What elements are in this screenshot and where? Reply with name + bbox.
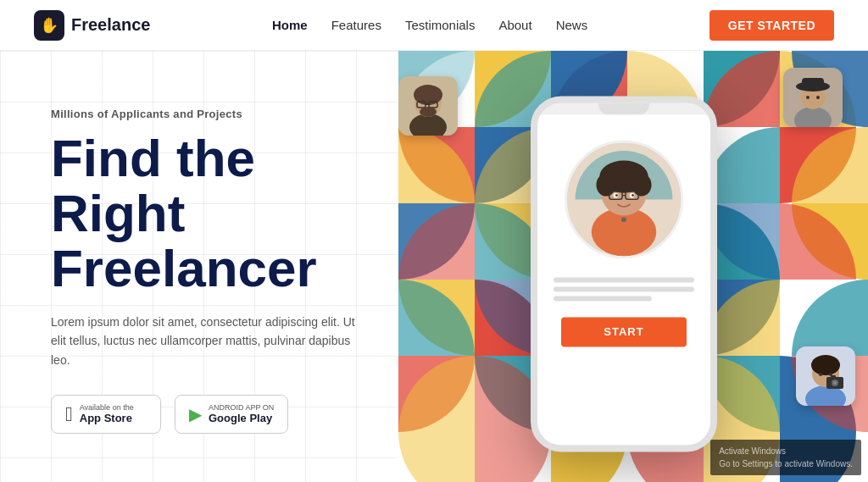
hero-title-line2: Right bbox=[51, 184, 185, 242]
phone-text-line-1 bbox=[554, 277, 694, 282]
hero-title-line1: Find the bbox=[51, 129, 255, 187]
svg-point-127 bbox=[819, 373, 822, 376]
svg-point-117 bbox=[806, 96, 810, 99]
logo-icon-symbol: ✋ bbox=[40, 16, 58, 35]
activate-line2: Go to Settings to activate Windows. bbox=[719, 459, 853, 468]
svg-point-94 bbox=[596, 173, 615, 196]
svg-point-103 bbox=[621, 217, 626, 222]
nav-item-news[interactable]: News bbox=[556, 18, 588, 33]
phone-notch bbox=[598, 102, 649, 114]
svg-point-95 bbox=[632, 173, 652, 196]
hero-subtitle: Millions of Applicants and Projects bbox=[51, 108, 364, 120]
svg-point-125 bbox=[833, 381, 837, 385]
svg-point-101 bbox=[615, 194, 618, 197]
phone-start-button[interactable]: START bbox=[561, 317, 686, 346]
logo-text: Freelance bbox=[71, 15, 150, 35]
app-store-bottom-label: App Store bbox=[80, 412, 134, 425]
floating-card-camera bbox=[796, 346, 855, 406]
google-play-text: ANDROID APP ON Google Play bbox=[209, 404, 274, 425]
nav-links: Home Features Testimonials About News bbox=[272, 18, 587, 33]
logo[interactable]: ✋ Freelance bbox=[34, 10, 150, 41]
phone-text-line-3 bbox=[554, 296, 652, 301]
floating-card-hat bbox=[783, 68, 843, 127]
nav-link-features[interactable]: Features bbox=[331, 18, 381, 32]
man-avatar bbox=[398, 76, 458, 136]
phone-text-lines bbox=[554, 277, 694, 305]
floating-card-man bbox=[398, 76, 458, 136]
hero-section: Millions of Applicants and Projects Find… bbox=[0, 51, 868, 482]
hat-avatar bbox=[783, 68, 843, 127]
nav-link-home[interactable]: Home bbox=[272, 18, 308, 32]
nav-item-about[interactable]: About bbox=[498, 18, 531, 33]
svg-point-122 bbox=[811, 355, 840, 375]
hero-description: Lorem ipsum dolor sit amet, consectetur … bbox=[51, 313, 356, 369]
app-store-top-label: Available on the bbox=[80, 404, 134, 412]
hero-title: Find the Right Freelancer bbox=[51, 130, 364, 296]
activate-line1: Activate Windows bbox=[719, 446, 786, 456]
google-play-button[interactable]: ▶ ANDROID APP ON Google Play bbox=[175, 395, 288, 434]
hero-right: START bbox=[398, 51, 868, 482]
app-store-button[interactable]:  Available on the App Store bbox=[51, 395, 161, 434]
nav-item-features[interactable]: Features bbox=[331, 18, 381, 33]
navbar: ✋ Freelance Home Features Testimonials A… bbox=[0, 0, 868, 51]
hero-left: Millions of Applicants and Projects Find… bbox=[0, 51, 398, 482]
nav-link-news[interactable]: News bbox=[556, 18, 588, 32]
nav-item-home[interactable]: Home bbox=[272, 18, 308, 33]
nav-link-testimonials[interactable]: Testimonials bbox=[405, 18, 476, 32]
play-icon: ▶ bbox=[189, 404, 202, 424]
google-play-bottom-label: Google Play bbox=[209, 412, 274, 425]
store-buttons:  Available on the App Store ▶ ANDROID A… bbox=[51, 395, 364, 434]
phone-screen: START bbox=[537, 114, 710, 445]
phone-text-line-2 bbox=[554, 286, 694, 291]
nav-link-about[interactable]: About bbox=[498, 18, 531, 32]
svg-point-128 bbox=[829, 373, 832, 376]
apple-icon:  bbox=[65, 402, 73, 426]
camera-avatar bbox=[796, 346, 855, 406]
nav-item-testimonials[interactable]: Testimonials bbox=[405, 18, 476, 33]
hero-title-line3: Freelancer bbox=[51, 239, 317, 297]
svg-rect-116 bbox=[802, 78, 824, 90]
avatar-illustration bbox=[567, 140, 681, 258]
logo-icon: ✋ bbox=[34, 10, 64, 41]
activate-windows-watermark: Activate Windows Go to Settings to activ… bbox=[710, 440, 861, 475]
svg-point-111 bbox=[420, 107, 437, 117]
google-play-top-label: ANDROID APP ON bbox=[209, 404, 274, 412]
phone-mockup: START bbox=[531, 96, 717, 452]
app-store-text: Available on the App Store bbox=[80, 404, 134, 425]
phone-avatar bbox=[565, 140, 683, 258]
svg-point-102 bbox=[632, 194, 634, 197]
svg-point-118 bbox=[816, 96, 820, 99]
get-started-button[interactable]: GET STARTED bbox=[709, 10, 834, 41]
